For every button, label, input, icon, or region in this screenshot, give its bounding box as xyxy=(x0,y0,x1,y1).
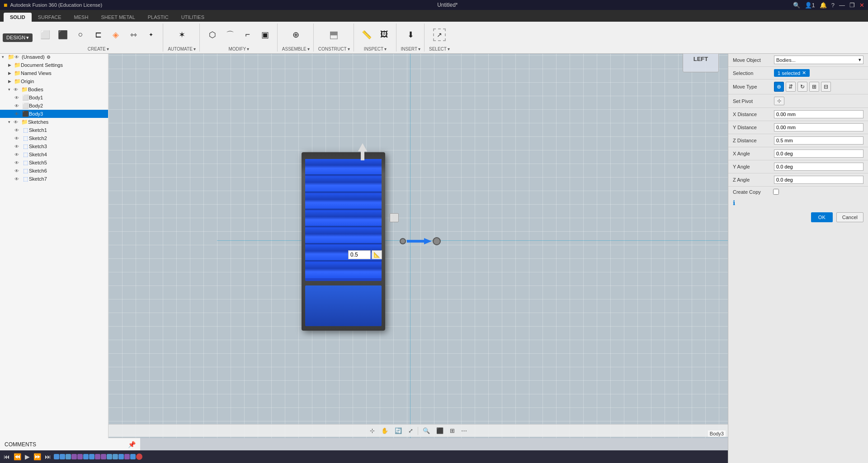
timeline-step[interactable] xyxy=(89,454,94,459)
point-to-position-btn[interactable]: ⊟ xyxy=(821,82,831,92)
visibility-icon[interactable]: 👁 xyxy=(14,136,21,141)
bell-icon[interactable]: 🔔 xyxy=(820,2,827,9)
point-to-point-btn[interactable]: ⊞ xyxy=(809,82,819,92)
visibility-icon[interactable]: 👁 xyxy=(14,177,21,182)
minimize-btn[interactable]: — xyxy=(839,2,845,9)
sweep-btn[interactable]: ⊏ xyxy=(90,28,106,42)
tab-mesh[interactable]: MESH xyxy=(68,13,95,22)
visibility-icon[interactable]: 👁 xyxy=(14,120,20,125)
expand-arrow[interactable]: ▾ xyxy=(8,87,14,92)
extrude-btn[interactable]: ⬛ xyxy=(55,28,71,42)
x-distance-input[interactable]: 0.00 mm xyxy=(774,110,863,118)
tree-item-body2[interactable]: 👁 ⬜ Body2 xyxy=(0,102,108,110)
cancel-button[interactable]: Cancel xyxy=(836,212,863,222)
tab-sheet-metal[interactable]: SHEET METAL xyxy=(94,13,141,22)
fillet-btn[interactable]: ⌒ xyxy=(222,28,238,42)
orbit-btn[interactable]: 🔄 xyxy=(393,426,404,435)
free-move-btn[interactable]: ⊕ xyxy=(774,82,784,92)
move-handle[interactable] xyxy=(390,213,399,222)
x-angle-input[interactable]: 0.0 deg xyxy=(774,150,863,158)
timeline-step[interactable] xyxy=(124,454,130,459)
tree-item-bodies[interactable]: ▾ 👁 📁 Bodies xyxy=(0,85,108,94)
design-dropdown-arrow[interactable]: ▾ xyxy=(26,35,29,41)
shell-btn[interactable]: ▣ xyxy=(257,28,274,42)
tree-item-doc-settings[interactable]: ▶ 📁 Document Settings xyxy=(0,61,108,69)
clear-selection-btn[interactable]: ✕ xyxy=(802,70,806,76)
maximize-btn[interactable]: ❐ xyxy=(849,2,855,9)
insert-btn[interactable]: ⬇ xyxy=(402,28,419,42)
visibility-icon[interactable]: 👁 xyxy=(14,112,21,117)
timeline-end-marker[interactable] xyxy=(136,454,142,460)
tree-item-sketch6[interactable]: 👁⬚Sketch6 xyxy=(0,167,108,175)
visibility-icon[interactable]: 👁 xyxy=(14,87,20,92)
tree-item-origin[interactable]: ▶ 📁 Origin xyxy=(0,77,108,85)
axis-move-btn[interactable]: ⇵ xyxy=(786,82,796,92)
section-btn[interactable]: 🖼 xyxy=(376,28,392,42)
mirror-btn[interactable]: ⇿ xyxy=(125,28,142,42)
timeline-step[interactable] xyxy=(71,454,77,459)
timeline-step[interactable] xyxy=(118,454,124,459)
tab-plastic[interactable]: PLASTIC xyxy=(142,13,175,22)
help-icon[interactable]: ? xyxy=(831,2,835,9)
zoom-btn[interactable]: 🔍 xyxy=(421,426,432,435)
fit-btn[interactable]: ⤢ xyxy=(406,426,415,435)
revolve-btn[interactable]: ○ xyxy=(72,28,89,42)
timeline-step[interactable] xyxy=(101,454,106,459)
timeline-play-btn[interactable]: ▶ xyxy=(24,452,31,461)
visibility-icon[interactable]: 👁 xyxy=(14,128,21,133)
distance-input[interactable]: 0.5 xyxy=(348,250,371,259)
timeline-prev-btn[interactable]: ⏪ xyxy=(13,452,22,461)
timeline-step[interactable] xyxy=(130,454,136,459)
design-button[interactable]: DESIGN ▾ xyxy=(3,33,33,42)
visibility-icon[interactable]: 👁 xyxy=(14,160,21,165)
tree-item-sketch4[interactable]: 👁⬚Sketch4 xyxy=(0,150,108,159)
tree-item-sketch2[interactable]: 👁⬚Sketch2 xyxy=(0,134,108,142)
y-angle-input[interactable]: 0.0 deg xyxy=(774,163,863,171)
set-pivot-btn[interactable]: ⊹ xyxy=(774,97,784,105)
tree-item-body1[interactable]: 👁 ⬜ Body1 xyxy=(0,94,108,102)
box-btn[interactable]: ◈ xyxy=(108,28,124,42)
z-distance-input[interactable]: 0.5 mm xyxy=(774,136,863,145)
press-pull-btn[interactable]: ⬡ xyxy=(204,28,221,42)
plane-btn[interactable]: ⬒ xyxy=(326,28,342,42)
tree-item-sketches[interactable]: ▾ 👁 📁 Sketches xyxy=(0,118,108,126)
timeline-step[interactable] xyxy=(95,454,100,459)
visibility-icon[interactable]: 👁 xyxy=(14,144,21,149)
timeline-step[interactable] xyxy=(60,454,65,459)
create-copy-checkbox[interactable] xyxy=(773,189,779,195)
tab-utilities[interactable]: UTILITIES xyxy=(175,13,211,22)
tree-item-sketch5[interactable]: 👁⬚Sketch5 xyxy=(0,159,108,167)
timeline-step[interactable] xyxy=(54,454,59,459)
automate-btn[interactable]: ✶ xyxy=(174,28,190,42)
measure-btn[interactable]: 📏 xyxy=(359,28,375,42)
expand-arrow[interactable]: ▾ xyxy=(8,120,14,124)
expand-arrow[interactable]: ▾ xyxy=(2,55,7,59)
chamfer-btn[interactable]: ⌐ xyxy=(240,28,256,42)
visibility-icon[interactable]: 👁 xyxy=(14,95,21,100)
move-arrow-right[interactable] xyxy=(407,237,432,246)
timeline-step[interactable] xyxy=(107,454,112,459)
unit-toggle-btn[interactable]: 📐 xyxy=(372,250,382,259)
expand-arrow[interactable]: ▶ xyxy=(8,71,14,75)
settings-icon[interactable]: ⚙ xyxy=(47,55,51,60)
visibility-icon[interactable]: 👁 xyxy=(14,152,21,157)
timeline-step[interactable] xyxy=(66,454,71,459)
account-icon[interactable]: 👤1 xyxy=(805,2,815,9)
tree-item-sketch3[interactable]: 👁⬚Sketch3 xyxy=(0,142,108,150)
ok-button[interactable]: OK xyxy=(811,212,833,222)
display-mode-btn[interactable]: ⬛ xyxy=(434,426,445,435)
tree-item-body3[interactable]: 👁 ⬛ Body3 xyxy=(0,110,108,118)
y-distance-input[interactable]: 0.00 mm xyxy=(774,123,863,131)
close-btn[interactable]: ✕ xyxy=(859,2,864,9)
tab-surface[interactable]: SURFACE xyxy=(32,13,68,22)
up-arrow-handle[interactable] xyxy=(340,143,385,160)
title-bar-right[interactable]: 🔍 👤1 🔔 ? — ❐ ✕ xyxy=(793,2,864,9)
pan-btn[interactable]: ✋ xyxy=(379,426,390,435)
tab-solid[interactable]: SOLID xyxy=(4,13,32,22)
tree-item-unsaved[interactable]: ▾ 📁 👁 (Unsaved) ⚙ xyxy=(0,53,108,61)
timeline-step[interactable] xyxy=(77,454,83,459)
select-btn[interactable]: ↗ xyxy=(431,28,448,42)
new-component-btn[interactable]: ⬜ xyxy=(37,28,53,42)
tree-item-sketch7[interactable]: 👁⬚Sketch7 xyxy=(0,175,108,183)
expand-arrow[interactable]: ▶ xyxy=(8,79,14,84)
